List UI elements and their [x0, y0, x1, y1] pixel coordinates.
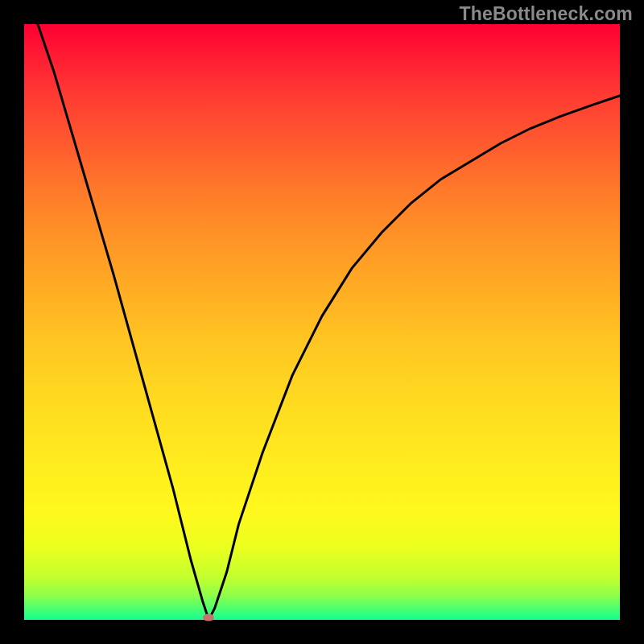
bottleneck-curve — [24, 24, 620, 620]
plot-area — [24, 24, 620, 620]
minimum-marker — [203, 614, 214, 621]
watermark-text: TheBottleneck.com — [459, 3, 633, 25]
chart-frame: TheBottleneck.com — [0, 0, 644, 644]
